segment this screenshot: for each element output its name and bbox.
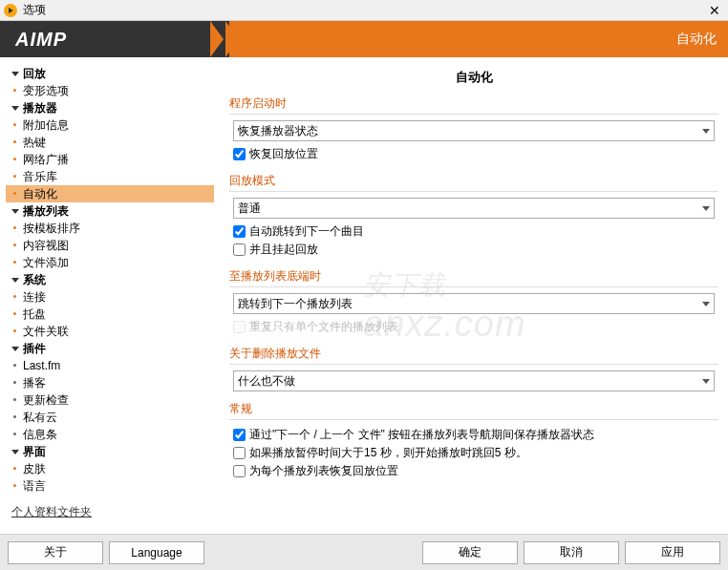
sidebar-item-24[interactable]: 语言: [6, 477, 214, 495]
language-button[interactable]: Language: [109, 541, 204, 564]
brand-logo: AIMP: [0, 29, 67, 51]
sidebar: 回放变形选项播放器附加信息热键网络广播音乐库自动化播放列表按模板排序内容视图文件…: [0, 57, 220, 534]
cb-per-playlist-input[interactable]: [233, 465, 246, 477]
group-playback: 回放模式 普通 自动跳转到下一个曲目 并且挂起回放: [229, 173, 718, 259]
app-icon: [4, 4, 17, 17]
titlebar: 选项 ✕: [0, 0, 728, 21]
sidebar-item-15[interactable]: 文件关联: [6, 323, 214, 340]
group-endlist: 至播放列表底端时 跳转到下一个播放列表 重复只有单个文件的播放列表: [229, 268, 718, 336]
cb-rewind-input[interactable]: [233, 447, 246, 459]
group-label-startup: 程序启动时: [229, 95, 718, 115]
sidebar-item-5[interactable]: 网络广播: [6, 151, 214, 168]
group-label-deletion: 关于删除播放文件: [229, 346, 718, 365]
cb-restore-position-input[interactable]: [233, 148, 246, 160]
sidebar-item-6[interactable]: 音乐库: [6, 168, 214, 185]
ok-button[interactable]: 确定: [422, 541, 518, 564]
startup-select[interactable]: 恢复播放器状态: [233, 120, 715, 141]
content-title: 自动化: [229, 65, 718, 95]
endlist-select[interactable]: 跳转到下一个播放列表: [233, 293, 715, 314]
group-deletion: 关于删除播放文件 什么也不做: [229, 346, 718, 391]
cb-suspend[interactable]: 并且挂起回放: [233, 241, 715, 259]
sidebar-item-13[interactable]: 连接: [6, 288, 214, 306]
group-label-endlist: 至播放列表底端时: [229, 268, 718, 287]
group-label-playback: 回放模式: [229, 173, 718, 192]
sidebar-item-1[interactable]: 变形选项: [6, 82, 214, 99]
about-button[interactable]: 关于: [8, 541, 103, 564]
sidebar-item-18[interactable]: 播客: [6, 374, 214, 391]
sidebar-item-21[interactable]: 信息条: [6, 426, 214, 443]
sidebar-item-14[interactable]: 托盘: [6, 306, 214, 323]
group-general: 常规 通过"下一个 / 上一个 文件" 按钮在播放列表导航期间保存播放器状态 如…: [229, 401, 718, 480]
sidebar-item-20[interactable]: 私有云: [6, 409, 214, 426]
cb-auto-next-input[interactable]: [233, 225, 246, 238]
cb-restore-position[interactable]: 恢复回放位置: [233, 145, 715, 163]
cb-repeat-single: 重复只有单个文件的播放列表: [233, 318, 715, 336]
window-title: 选项: [23, 2, 705, 18]
sidebar-item-23[interactable]: 皮肤: [6, 460, 214, 477]
profile-folder-link[interactable]: 个人资料文件夹: [6, 504, 214, 520]
sidebar-item-2[interactable]: 播放器: [6, 99, 214, 116]
sidebar-item-22[interactable]: 界面: [6, 443, 214, 460]
cb-per-playlist[interactable]: 为每个播放列表恢复回放位置: [233, 462, 715, 480]
sidebar-item-16[interactable]: 插件: [6, 340, 214, 357]
cb-save-state-input[interactable]: [233, 429, 246, 441]
sidebar-item-11[interactable]: 文件添加: [6, 254, 214, 271]
close-icon[interactable]: ✕: [705, 3, 724, 18]
content-panel: 自动化 程序启动时 恢复播放器状态 恢复回放位置 回放模式 普通 自动跳转到下一…: [220, 57, 728, 534]
sidebar-item-0[interactable]: 回放: [6, 65, 214, 82]
sidebar-item-17[interactable]: Last.fm: [6, 357, 214, 374]
deletion-select[interactable]: 什么也不做: [233, 370, 715, 391]
sidebar-item-12[interactable]: 系统: [6, 271, 214, 288]
sidebar-item-10[interactable]: 内容视图: [6, 237, 214, 254]
footer: 关于 Language 确定 取消 应用: [0, 534, 728, 570]
group-startup: 程序启动时 恢复播放器状态 恢复回放位置: [229, 95, 718, 163]
sidebar-item-4[interactable]: 热键: [6, 134, 214, 151]
sidebar-item-9[interactable]: 按模板排序: [6, 220, 214, 237]
sidebar-item-8[interactable]: 播放列表: [6, 202, 214, 220]
header-banner: AIMP 自动化: [0, 21, 728, 57]
cb-repeat-single-input: [233, 321, 246, 333]
sidebar-item-3[interactable]: 附加信息: [6, 116, 214, 134]
cancel-button[interactable]: 取消: [524, 541, 619, 564]
sidebar-item-7[interactable]: 自动化: [6, 185, 214, 202]
sidebar-item-19[interactable]: 更新检查: [6, 391, 214, 409]
apply-button[interactable]: 应用: [625, 541, 720, 564]
cb-suspend-input[interactable]: [233, 243, 246, 256]
group-label-general: 常规: [229, 401, 718, 420]
cb-auto-next[interactable]: 自动跳转到下一个曲目: [233, 222, 715, 241]
cb-rewind[interactable]: 如果播放暂停时间大于15 秒，则开始播放时跳回5 秒。: [233, 444, 715, 462]
playback-select[interactable]: 普通: [233, 198, 715, 219]
page-title: 自动化: [676, 31, 717, 48]
cb-save-state[interactable]: 通过"下一个 / 上一个 文件" 按钮在播放列表导航期间保存播放器状态: [233, 426, 715, 444]
